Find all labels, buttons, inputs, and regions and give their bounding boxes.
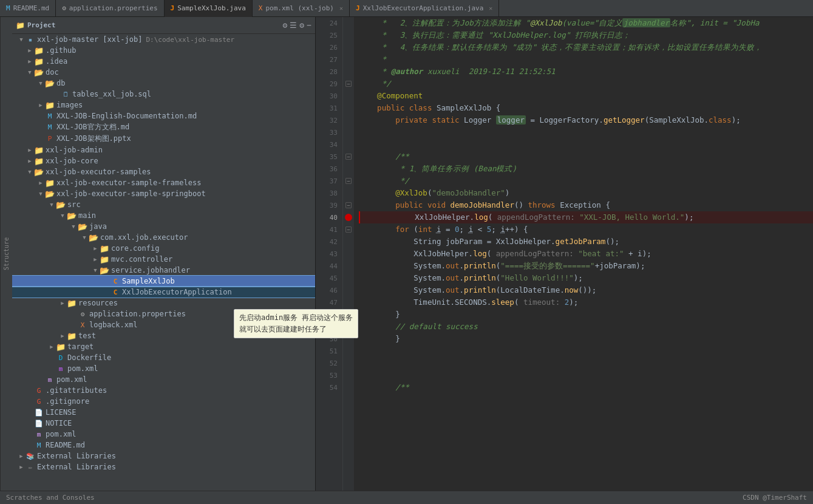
tab-executor[interactable]: J XxlJobExecutorApplication.java ✕ bbox=[350, 0, 499, 17]
tree-item-pom-springboot[interactable]: m pom.xml bbox=[12, 363, 315, 374]
tree-item-readme-root[interactable]: M README.md bbox=[12, 440, 315, 451]
gear-icon[interactable]: ⚙ bbox=[299, 21, 304, 30]
tree-item-idea[interactable]: ▶ 📁 .idea bbox=[12, 56, 315, 67]
tree-item-frameless[interactable]: ▶ 📁 xxl-job-executor-sample-frameless bbox=[12, 177, 315, 188]
gutter-24 bbox=[343, 17, 354, 29]
tree-item-springboot[interactable]: ▼ 📂 xxl-job-executor-sample-springboot bbox=[12, 188, 315, 199]
folder-icon-samples: 📂 bbox=[34, 167, 44, 177]
tree-item-notice[interactable]: 📄 NOTICE bbox=[12, 418, 315, 429]
gutter-34 bbox=[343, 138, 354, 151]
label-cndoc: XXL-JOB官方文档.md bbox=[56, 122, 129, 132]
tree-item-extlibs[interactable]: ▶ 📚 External Libraries bbox=[12, 451, 315, 461]
tree-item-samples[interactable]: ▼ 📂 xxl-job-executor-samples bbox=[12, 166, 315, 177]
tree-item-src[interactable]: ▼ 📂 src bbox=[12, 199, 315, 210]
hide-icon[interactable]: − bbox=[307, 21, 311, 30]
tree-item-java[interactable]: ▼ 📂 java bbox=[12, 221, 315, 232]
tree-item-target[interactable]: ▶ 📁 target bbox=[12, 341, 315, 352]
tree-item-license[interactable]: 📄 LICENSE bbox=[12, 407, 315, 418]
tree-item-root[interactable]: ▼ ▪ xxl-job-master [xxl-job] D:\code\xxl… bbox=[12, 34, 315, 45]
tree-item-engdoc[interactable]: M XXL-JOB-English-Documentation.md bbox=[12, 111, 315, 121]
ln-43: 43 bbox=[316, 248, 342, 260]
code-44: System.out.println("====接受的参数======"+job… bbox=[359, 260, 645, 272]
tree-item-pom-master[interactable]: m pom.xml bbox=[12, 429, 315, 440]
gutter-39[interactable]: − bbox=[343, 199, 354, 211]
arrow-root: ▼ bbox=[17, 35, 26, 44]
code-lines[interactable]: * 2、注解配置：为Job方法添加注解 "@XxlJob(value="自定义j… bbox=[354, 17, 813, 491]
tree-item-core[interactable]: ▶ 📁 xxl-job-core bbox=[12, 155, 315, 166]
sql-icon: 🗒 bbox=[61, 89, 70, 99]
arrow-logback bbox=[69, 321, 78, 329]
tooltip-line1: 先启动admin服务 再启动这个服务 bbox=[239, 313, 353, 322]
comment-35: /** bbox=[359, 151, 409, 163]
code-line-47: TimeUnit.SECONDS.sleep( timeout: 2); bbox=[359, 296, 813, 308]
tree-item-dockerfile[interactable]: D Dockerfile bbox=[12, 352, 315, 363]
tree-item-main[interactable]: ▼ 📂 main bbox=[12, 210, 315, 221]
folder-icon-com-pkg: 📂 bbox=[89, 233, 98, 242]
label-service-jobhandler: service.jobhandler bbox=[111, 266, 190, 274]
tab-appprops[interactable]: ⚙ application.properties bbox=[56, 0, 164, 17]
gutter-35[interactable]: − bbox=[343, 151, 354, 163]
tree-item-github[interactable]: ▶ 📁 .github bbox=[12, 45, 315, 56]
label-mvc-controller: mvc.controller bbox=[111, 255, 172, 264]
arrow-pom-master bbox=[26, 430, 34, 438]
fold-39[interactable]: − bbox=[345, 202, 352, 208]
tree-item-resources[interactable]: ▶ 📁 resources bbox=[12, 298, 315, 308]
tab-pom[interactable]: X pom.xml (xxl-job) ✕ bbox=[253, 0, 350, 17]
md-icon: M bbox=[6, 4, 10, 12]
arrow-dockerfile bbox=[47, 353, 56, 362]
code-45: System.out.println("Hello World!!!"); bbox=[359, 272, 583, 284]
tab-executor-close[interactable]: ✕ bbox=[489, 5, 492, 12]
gutter-42 bbox=[343, 236, 354, 248]
fold-41[interactable]: − bbox=[345, 226, 352, 233]
tree-item-com-pkg[interactable]: ▼ 📂 com.xxl.job.executor bbox=[12, 232, 315, 243]
tree-item-mvc-controller[interactable]: ▶ 📁 mvc.controller bbox=[12, 254, 315, 265]
tree-item-core-config[interactable]: ▶ 📁 core.config bbox=[12, 243, 315, 254]
ln-26: 26 bbox=[316, 41, 342, 53]
tab-readme[interactable]: M README.md bbox=[0, 0, 56, 17]
tree-item-pom-root2[interactable]: m pom.xml bbox=[12, 374, 315, 385]
gutter: − − − − − bbox=[343, 17, 354, 491]
layout-icon[interactable]: ☰ bbox=[290, 21, 297, 30]
tree-item-gitattributes[interactable]: G .gitattributes bbox=[12, 385, 315, 396]
label-main: main bbox=[78, 211, 96, 220]
arrow-springboot: ▼ bbox=[36, 189, 45, 198]
tree-item-tables[interactable]: 🗒 tables_xxl_job.sql bbox=[12, 89, 315, 100]
label-core-config: core.config bbox=[111, 244, 159, 253]
gutter-37[interactable]: − bbox=[343, 175, 354, 187]
gutter-29[interactable]: − bbox=[343, 78, 354, 90]
tree-item-executor-app[interactable]: C XxlJobExecutorApplication bbox=[12, 287, 315, 298]
sidebar-tree: ▼ ▪ xxl-job-master [xxl-job] D:\code\xxl… bbox=[12, 34, 315, 491]
code-32: private static Logger logger = LoggerFac… bbox=[359, 114, 741, 126]
tree-item-arch[interactable]: P XXL-JOB架构图.pptx bbox=[12, 133, 315, 145]
ln-31: 31 bbox=[316, 102, 342, 114]
code-line-35: /** bbox=[359, 151, 813, 163]
fold-35[interactable]: − bbox=[345, 154, 352, 160]
tree-item-cndoc[interactable]: M XXL-JOB官方文档.md bbox=[12, 121, 315, 133]
tree-item-db[interactable]: ▼ 📂 db bbox=[12, 78, 315, 89]
tree-item-service-jobhandler[interactable]: ▼ 📂 service.jobhandler bbox=[12, 265, 315, 276]
gutter-45 bbox=[343, 272, 354, 284]
tree-item-doc[interactable]: ▼ 📂 doc bbox=[12, 67, 315, 78]
settings-icon[interactable]: ⚙ bbox=[283, 21, 288, 30]
folder-icon-java: 📂 bbox=[78, 222, 87, 231]
tab-sample[interactable]: J SampleXxlJob.java bbox=[165, 0, 253, 17]
tree-item-sample-xxl[interactable]: C SampleXxlJob bbox=[12, 276, 315, 287]
structure-label: Structure bbox=[3, 237, 10, 270]
ln-37: 37 bbox=[316, 175, 342, 187]
structure-panel[interactable]: Structure bbox=[0, 17, 12, 491]
fold-29[interactable]: − bbox=[345, 81, 352, 87]
fold-37[interactable]: − bbox=[345, 178, 352, 184]
tree-item-gitignore[interactable]: G .gitignore bbox=[12, 396, 315, 407]
tab-pom-close[interactable]: ✕ bbox=[339, 5, 343, 12]
label-license: LICENSE bbox=[46, 408, 77, 417]
arrow-gitattr bbox=[26, 386, 34, 395]
gutter-41[interactable]: − bbox=[343, 223, 354, 236]
code-line-34 bbox=[359, 138, 813, 151]
arrow-idea: ▶ bbox=[26, 57, 34, 66]
tree-item-admin[interactable]: ▶ 📁 xxl-job-admin bbox=[12, 145, 315, 155]
project-icon: 📁 bbox=[16, 21, 25, 30]
arrow-cndoc bbox=[36, 123, 45, 132]
tree-item-scratches[interactable]: ▶ ✏ External Libraries bbox=[12, 461, 315, 472]
tree-item-images[interactable]: ▶ 📁 images bbox=[12, 100, 315, 111]
arrow-com-pkg: ▼ bbox=[80, 233, 89, 242]
